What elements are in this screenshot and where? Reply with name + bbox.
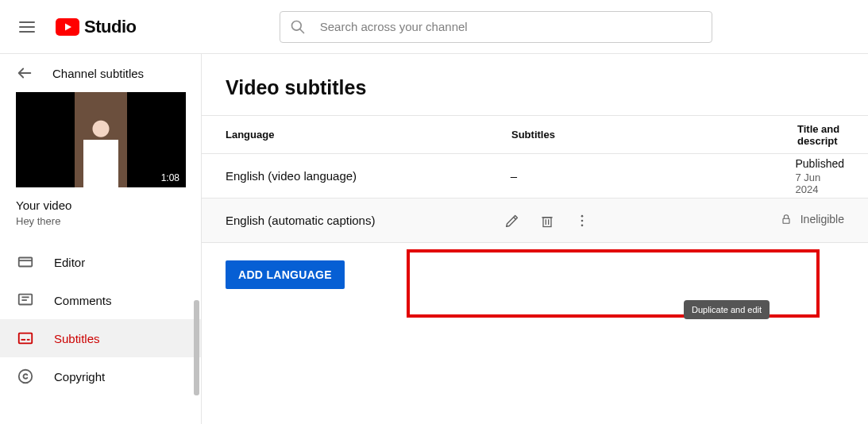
svg-rect-3 bbox=[19, 258, 33, 267]
cell-status: Ineligible bbox=[780, 213, 844, 228]
cell-language: English (video language) bbox=[226, 169, 511, 183]
your-video-label: Your video bbox=[16, 199, 185, 212]
svg-rect-20 bbox=[783, 218, 789, 223]
delete-icon[interactable] bbox=[538, 211, 557, 230]
cell-status: Published 7 Jun 2024 bbox=[796, 157, 845, 195]
add-language-button[interactable]: ADD LANGUAGE bbox=[226, 260, 345, 289]
edit-icon[interactable] bbox=[503, 211, 522, 230]
page-title: Video subtitles bbox=[202, 54, 868, 116]
svg-point-19 bbox=[581, 224, 584, 226]
sidebar-item-label: Copyright bbox=[54, 370, 105, 384]
svg-rect-13 bbox=[543, 217, 551, 226]
copyright-icon bbox=[16, 367, 35, 386]
table-header: Language Subtitles Title and descript bbox=[202, 116, 868, 154]
sidebar-item-comments[interactable]: Comments bbox=[0, 281, 201, 319]
back-label: Channel subtitles bbox=[52, 67, 144, 80]
video-duration: 1:08 bbox=[158, 172, 183, 184]
svg-rect-5 bbox=[19, 295, 33, 305]
video-thumbnail[interactable]: 1:08 bbox=[0, 92, 201, 187]
table-row[interactable]: English (automatic captions) bbox=[202, 199, 868, 243]
sidebar-item-label: Comments bbox=[54, 294, 112, 307]
col-header-subtitles: Subtitles bbox=[511, 129, 797, 141]
svg-point-17 bbox=[581, 214, 584, 217]
table-row[interactable]: English (video language) – Published 7 J… bbox=[202, 154, 868, 199]
nav: Editor Comments Subtitles Copyright bbox=[0, 243, 201, 395]
hamburger-menu-icon[interactable] bbox=[17, 17, 37, 37]
logo-text: Studio bbox=[84, 17, 136, 37]
svg-point-11 bbox=[19, 370, 33, 384]
more-options-icon[interactable] bbox=[573, 211, 592, 230]
lock-icon bbox=[780, 213, 793, 225]
video-meta: Your video Hey there bbox=[0, 187, 201, 243]
youtube-icon bbox=[56, 18, 79, 36]
comments-icon bbox=[16, 291, 35, 310]
sidebar: Channel subtitles 1:08 Your video Hey th… bbox=[0, 54, 202, 424]
back-link[interactable]: Channel subtitles bbox=[0, 54, 201, 92]
arrow-left-icon bbox=[16, 64, 33, 82]
video-title: Hey there bbox=[16, 215, 185, 227]
logo[interactable]: Studio bbox=[56, 17, 136, 37]
sidebar-item-subtitles[interactable]: Subtitles bbox=[0, 319, 201, 357]
cell-subtitle-actions bbox=[503, 211, 780, 230]
status-text: Ineligible bbox=[800, 213, 844, 225]
col-header-title-desc: Title and descript bbox=[797, 123, 844, 147]
search-input[interactable] bbox=[318, 19, 702, 34]
subtitles-icon bbox=[16, 329, 35, 348]
cell-language: English (automatic captions) bbox=[226, 214, 503, 227]
status-date: 7 Jun 2024 bbox=[796, 172, 845, 195]
sidebar-scrollbar[interactable] bbox=[193, 292, 201, 419]
svg-point-18 bbox=[581, 219, 584, 222]
search-box[interactable] bbox=[280, 11, 712, 43]
sidebar-item-editor[interactable]: Editor bbox=[0, 243, 201, 281]
status-text: Published bbox=[796, 157, 845, 170]
svg-line-2 bbox=[299, 29, 303, 33]
sidebar-item-label: Subtitles bbox=[54, 332, 100, 345]
body: Channel subtitles 1:08 Your video Hey th… bbox=[0, 54, 868, 424]
svg-line-12 bbox=[514, 217, 516, 219]
cell-subtitle: – bbox=[511, 169, 796, 183]
tooltip: Duplicate and edit bbox=[684, 300, 770, 319]
topbar: Studio bbox=[0, 0, 868, 54]
main: Video subtitles Language Subtitles Title… bbox=[202, 54, 868, 424]
search-icon bbox=[290, 19, 306, 35]
sidebar-item-label: Editor bbox=[54, 256, 85, 269]
col-header-language: Language bbox=[226, 129, 511, 141]
svg-rect-8 bbox=[19, 333, 33, 344]
editor-icon bbox=[16, 252, 35, 272]
sidebar-item-copyright[interactable]: Copyright bbox=[0, 357, 201, 395]
search-wrap bbox=[136, 11, 855, 43]
